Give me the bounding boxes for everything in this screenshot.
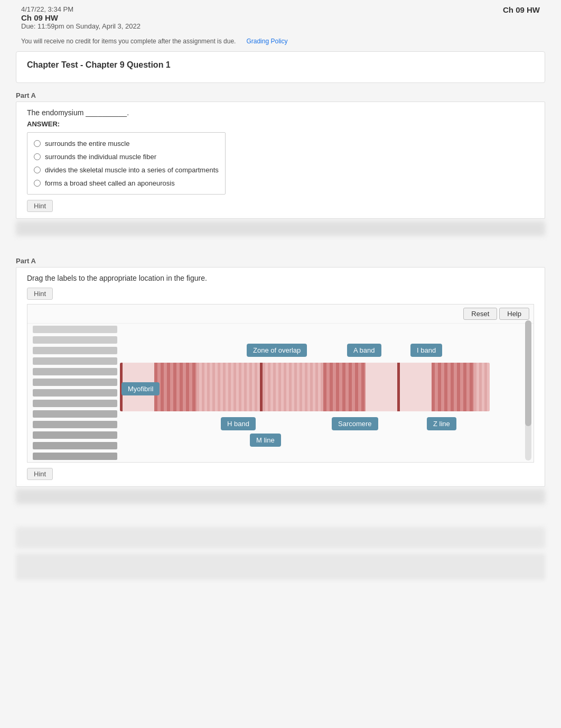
m-line-chip[interactable]: M line	[250, 434, 281, 447]
header: 4/17/22, 3:34 PM Ch 09 HW Due: 11:59pm o…	[0, 0, 561, 35]
question1-text: The endomysium __________.	[27, 108, 534, 117]
hint-bar-q2: Hint	[27, 288, 534, 300]
overlap-left	[154, 363, 197, 411]
drag-canvas: Reset Help	[27, 304, 534, 463]
option-1-text: surrounds the entire muscle	[45, 140, 129, 148]
page: 4/17/22, 3:34 PM Ch 09 HW Due: 11:59pm o…	[0, 0, 561, 728]
hint-button-q2[interactable]: Hint	[27, 288, 53, 300]
left-list	[33, 326, 117, 463]
left-bar-13	[33, 453, 117, 460]
scrollbar-thumb[interactable]	[525, 320, 531, 426]
reset-button[interactable]: Reset	[463, 308, 497, 320]
overlap-right2	[432, 363, 474, 411]
drag-instruction: Drag the labels to the appropriate locat…	[27, 274, 534, 282]
left-bar-9	[33, 410, 117, 418]
option-3-radio[interactable]	[34, 167, 41, 173]
option-4[interactable]: forms a broad sheet called an aponeurosi…	[27, 177, 225, 190]
question2-section: Drag the labels to the appropriate locat…	[16, 267, 545, 487]
spacer1	[0, 238, 561, 248]
part-a-label-q2: Part A	[16, 257, 545, 265]
question1-section: The endomysium __________. ANSWER: surro…	[16, 102, 545, 219]
help-button[interactable]: Help	[499, 308, 529, 320]
question1-card: Chapter Test - Chapter 9 Question 1	[16, 51, 545, 83]
left-bar-3	[33, 347, 117, 354]
date-text: 4/17/22, 3:34 PM	[21, 5, 141, 13]
right-title: Ch 09 HW	[503, 5, 540, 14]
myofibril-chip[interactable]: Myofibril	[121, 382, 160, 395]
zone-overlap-chip[interactable]: Zone of overlap	[247, 344, 307, 357]
score-bar-q2	[16, 489, 545, 504]
sarcomere-band	[120, 363, 490, 411]
assignment-title: Ch 09 HW	[21, 13, 141, 22]
left-bar-1	[33, 326, 117, 333]
z-line-chip[interactable]: Z line	[427, 417, 456, 430]
left-bar-11	[33, 431, 117, 439]
left-bar-2	[33, 336, 117, 344]
option-1-radio[interactable]	[34, 140, 41, 147]
scrollbar-track	[525, 320, 531, 460]
h-band-region-right	[263, 363, 323, 411]
i-band-right2	[400, 363, 432, 411]
reset-help-bar: Reset Help	[27, 305, 534, 324]
left-bar-5	[33, 368, 117, 375]
h-band-chip[interactable]: H band	[221, 417, 256, 430]
option-4-radio[interactable]	[34, 180, 41, 187]
hint-button-q1[interactable]: Hint	[27, 200, 53, 212]
left-bar-7	[33, 389, 117, 397]
option-2-radio[interactable]	[34, 153, 41, 160]
left-bar-8	[33, 400, 117, 407]
i-band-chip[interactable]: I band	[410, 344, 442, 357]
bottom-content	[16, 554, 545, 580]
left-bar-4	[33, 357, 117, 365]
left-bar-10	[33, 421, 117, 428]
warning-bar: You will receive no credit for items you…	[0, 35, 561, 47]
sarcomere-chip[interactable]: Sarcomere	[332, 417, 378, 430]
grading-policy-link[interactable]: Grading Policy	[246, 38, 287, 45]
option-2-text: surrounds the individual muscle fiber	[45, 153, 156, 161]
hint-bar-bottom: Hint	[27, 468, 534, 480]
bottom-nav-blurred	[16, 527, 545, 548]
overlap-right	[323, 363, 366, 411]
answer-options: surrounds the entire muscle surrounds th…	[27, 132, 226, 195]
header-left: 4/17/22, 3:34 PM Ch 09 HW Due: 11:59pm o…	[21, 5, 141, 30]
spacer2	[0, 506, 561, 522]
hint-bar-q1: Hint	[27, 200, 534, 212]
h-band-region	[197, 363, 260, 411]
part-a-label-q1: Part A	[16, 91, 545, 99]
warning-text: You will receive no credit for items you…	[21, 38, 236, 45]
option-4-text: forms a broad sheet called an aponeurosi…	[45, 179, 175, 187]
band-end	[474, 363, 490, 411]
answer-label: ANSWER:	[27, 120, 534, 128]
option-1[interactable]: surrounds the entire muscle	[27, 137, 225, 150]
due-text: Due: 11:59pm on Sunday, April 3, 2022	[21, 22, 141, 30]
a-band-chip[interactable]: A band	[347, 344, 381, 357]
option-2[interactable]: surrounds the individual muscle fiber	[27, 150, 225, 163]
question1-card-title: Chapter Test - Chapter 9 Question 1	[27, 60, 534, 70]
left-bar-6	[33, 379, 117, 386]
score-bar-q1	[16, 221, 545, 236]
left-bar-12	[33, 442, 117, 449]
option-3[interactable]: divides the skeletal muscle into a serie…	[27, 163, 225, 177]
hint-button-bottom[interactable]: Hint	[27, 468, 53, 480]
i-band-right	[366, 363, 397, 411]
option-3-text: divides the skeletal muscle into a serie…	[45, 166, 219, 174]
